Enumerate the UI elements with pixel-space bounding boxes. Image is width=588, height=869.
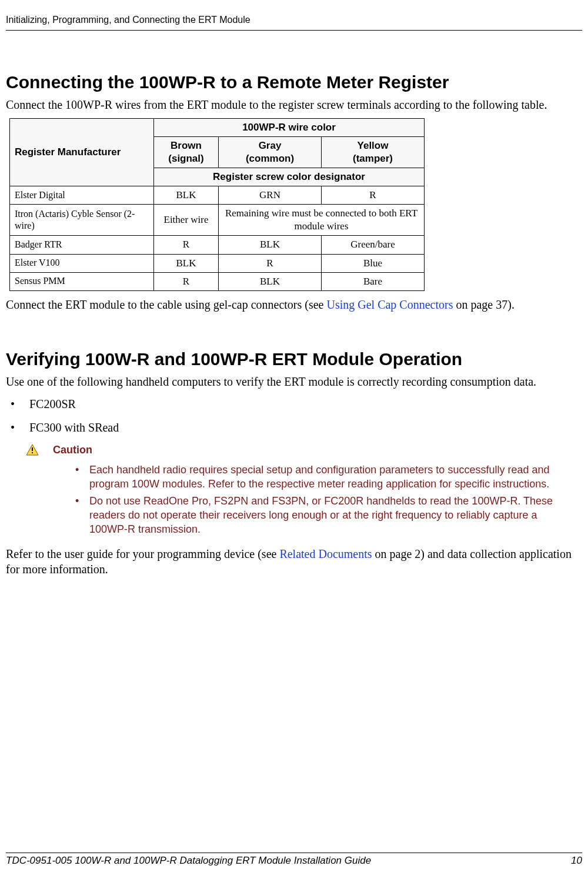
cell-mfr: Elster V100: [10, 254, 154, 272]
cell-yellow: Bare: [322, 272, 425, 290]
th-brown: Brown (signal): [154, 136, 219, 168]
table-row: Elster V100 BLK R Blue: [10, 254, 425, 272]
th-brown-sub: (signal): [168, 153, 203, 164]
table-row: Badger RTR R BLK Green/bare: [10, 236, 425, 254]
section2-intro: Use one of the following handheld comput…: [6, 374, 582, 389]
table-row: Sensus PMM R BLK Bare: [10, 272, 425, 290]
cell-yellow: Green/bare: [322, 236, 425, 254]
footer-page-number: 10: [571, 854, 582, 867]
th-wire-color-group: 100WP-R wire color: [154, 118, 425, 136]
closing-prefix: Refer to the user guide for your program…: [6, 547, 279, 560]
link-gel-cap-connectors[interactable]: Using Gel Cap Connectors: [326, 298, 453, 311]
caution-item: Each handheld radio requires special set…: [71, 463, 570, 492]
cell-brown: R: [154, 272, 219, 290]
section1-intro: Connect the 100WP-R wires from the ERT m…: [6, 97, 582, 112]
cell-yellow: R: [322, 186, 425, 205]
cell-brown: BLK: [154, 186, 219, 205]
cell-gray-yellow-merged: Remaining wire must be connected to both…: [219, 205, 425, 236]
cell-mfr: Itron (Actaris) Cyble Sensor (2-wire): [10, 205, 154, 236]
th-designator: Register screw color designator: [154, 168, 425, 186]
th-yellow-label: Yellow: [358, 140, 389, 151]
link-related-documents[interactable]: Related Documents: [279, 547, 372, 560]
cell-mfr: Elster Digital: [10, 186, 154, 205]
section1-heading: Connecting the 100WP-R to a Remote Meter…: [6, 71, 582, 93]
th-yellow-sub: (tamper): [353, 153, 393, 164]
header-rule: [6, 30, 582, 31]
th-gray-sub: (common): [246, 153, 294, 164]
cell-gray: R: [219, 254, 322, 272]
section2-heading: Verifying 100W-R and 100WP-R ERT Module …: [6, 347, 582, 370]
th-brown-label: Brown: [171, 140, 202, 151]
after-table-suffix: on page 37).: [453, 298, 514, 311]
caution-label: Caution: [53, 443, 92, 457]
caution-icon: [26, 444, 39, 456]
cell-mfr: Sensus PMM: [10, 272, 154, 290]
chapter-title: Initializing, Programming, and Connectin…: [6, 14, 582, 30]
caution-header: Caution: [26, 443, 582, 457]
after-table-prefix: Connect the ERT module to the cable usin…: [6, 298, 326, 311]
handheld-list: FC200SR FC300 with SRead: [6, 396, 582, 435]
page-footer: TDC-0951-005 100W-R and 100WP-R Datalogg…: [0, 853, 588, 869]
section1-after-table: Connect the ERT module to the cable usin…: [6, 297, 582, 312]
cell-brown: BLK: [154, 254, 219, 272]
table-row: Itron (Actaris) Cyble Sensor (2-wire) Ei…: [10, 205, 425, 236]
wire-color-table: Register Manufacturer 100WP-R wire color…: [9, 118, 425, 291]
caution-list: Each handheld radio requires special set…: [71, 463, 570, 536]
cell-gray: BLK: [219, 236, 322, 254]
cell-gray: GRN: [219, 186, 322, 205]
th-gray-label: Gray: [259, 140, 282, 151]
cell-yellow: Blue: [322, 254, 425, 272]
caution-item: Do not use ReadOne Pro, FS2PN and FS3PN,…: [71, 494, 570, 537]
svg-rect-2: [32, 452, 33, 453]
cell-brown: R: [154, 236, 219, 254]
cell-brown: Either wire: [154, 205, 219, 236]
footer-rule: [6, 853, 582, 853]
cell-gray: BLK: [219, 272, 322, 290]
list-item: FC300 with SRead: [6, 420, 582, 435]
th-register-mfr: Register Manufacturer: [10, 118, 154, 186]
th-yellow: Yellow (tamper): [322, 136, 425, 168]
list-item: FC200SR: [6, 396, 582, 412]
footer-doc-id: TDC-0951-005 100W-R and 100WP-R Datalogg…: [6, 854, 371, 867]
cell-mfr: Badger RTR: [10, 236, 154, 254]
table-row: Elster Digital BLK GRN R: [10, 186, 425, 205]
section2-closing: Refer to the user guide for your program…: [6, 546, 582, 577]
th-gray: Gray (common): [219, 136, 322, 168]
svg-rect-1: [32, 447, 33, 451]
